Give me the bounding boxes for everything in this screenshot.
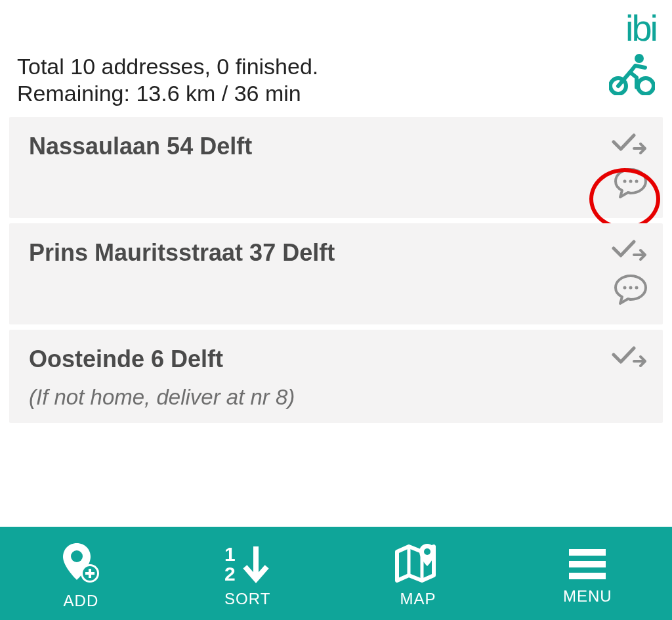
status-line-2: Remaining: 13.6 km / 36 min [17, 80, 318, 107]
svg-point-19 [424, 548, 430, 555]
address-title: Nassaulaan 54 Delft [29, 133, 612, 160]
chat-icon[interactable] [613, 167, 648, 200]
sort-label: SORT [224, 590, 270, 608]
check-navigate-icon[interactable] [612, 133, 648, 155]
svg-point-9 [71, 550, 83, 562]
status-text: Total 10 addresses, 0 finished. Remainin… [17, 53, 318, 108]
svg-point-6 [623, 286, 627, 289]
svg-text:2: 2 [224, 563, 236, 585]
svg-point-5 [635, 179, 639, 183]
svg-rect-22 [569, 573, 606, 579]
bottom-bar: ADD 1 2 SORT MAP MENU [0, 527, 672, 620]
check-navigate-icon[interactable] [612, 239, 648, 261]
chat-icon[interactable] [613, 273, 648, 306]
svg-point-8 [635, 286, 639, 289]
svg-point-4 [629, 179, 633, 183]
svg-text:1: 1 [224, 543, 236, 565]
address-card[interactable]: Oosteinde 6 Delft (If not home, deliver … [9, 330, 663, 423]
hamburger-icon [566, 545, 608, 582]
address-note: (If not home, deliver at nr 8) [29, 385, 612, 410]
pin-plus-icon [60, 541, 102, 587]
svg-point-3 [623, 179, 627, 183]
sort-button[interactable]: 1 2 SORT [222, 542, 273, 608]
add-button[interactable]: ADD [60, 541, 102, 610]
status-line-1: Total 10 addresses, 0 finished. [17, 53, 318, 80]
address-title: Prins Mauritsstraat 37 Delft [29, 239, 612, 267]
add-label: ADD [64, 592, 99, 610]
address-title: Oosteinde 6 Delft [29, 345, 612, 373]
sort-icon: 1 2 [222, 542, 273, 585]
svg-rect-13 [85, 572, 94, 575]
address-card[interactable]: Nassaulaan 54 Delft [9, 117, 663, 218]
menu-label: MENU [563, 587, 612, 606]
cyclist-icon[interactable] [609, 53, 655, 95]
svg-point-2 [638, 78, 654, 94]
logo: ibi [625, 7, 656, 49]
map-button[interactable]: MAP [393, 542, 443, 608]
address-card[interactable]: Prins Mauritsstraat 37 Delft [9, 223, 663, 324]
svg-rect-21 [569, 561, 606, 567]
svg-rect-20 [569, 549, 606, 556]
svg-point-0 [635, 54, 644, 63]
address-list: Nassaulaan 54 Delft Prins Mau [0, 117, 672, 423]
map-pin-icon [393, 542, 443, 585]
map-label: MAP [400, 590, 436, 608]
menu-button[interactable]: MENU [563, 545, 612, 606]
svg-point-7 [629, 286, 633, 289]
check-navigate-icon[interactable] [612, 345, 648, 368]
